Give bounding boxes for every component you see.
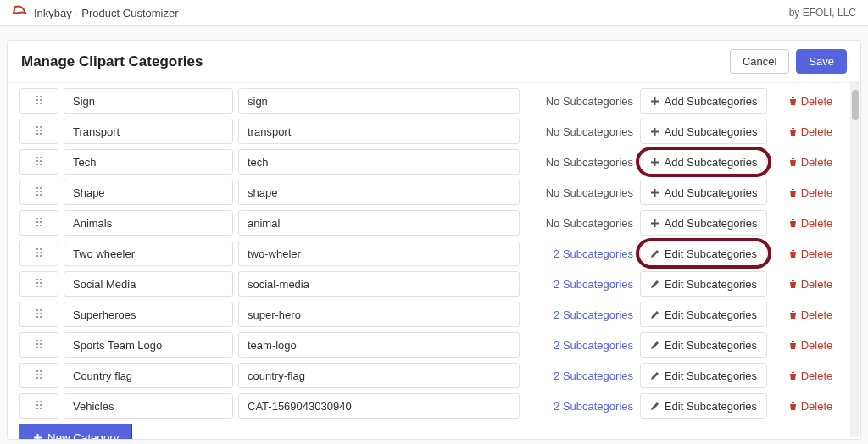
edit-subcategories-button[interactable]: Edit Subcategories	[640, 393, 767, 419]
drag-handle[interactable]: ⠿	[19, 241, 58, 266]
delete-button[interactable]: Delete	[772, 119, 849, 144]
trash-icon	[788, 371, 798, 380]
drag-handle[interactable]: ⠿	[19, 393, 58, 419]
edit-subcategories-button[interactable]: Edit Subcategories	[640, 302, 767, 327]
new-category-button[interactable]: New Category	[19, 424, 132, 439]
delete-button[interactable]: Delete	[772, 241, 849, 266]
category-slug-input[interactable]: tech	[238, 149, 520, 175]
new-category-label: New Category	[47, 431, 119, 439]
category-slug-input[interactable]: transport	[238, 119, 520, 144]
drag-handle[interactable]: ⠿	[19, 271, 58, 297]
subcategory-count[interactable]: 2 Subcategories	[525, 332, 635, 358]
subcategory-count[interactable]: 2 Subcategories	[525, 241, 635, 266]
delete-button[interactable]: Delete	[772, 302, 849, 327]
save-button[interactable]: Save	[796, 49, 847, 74]
subcategory-count: No Subcategories	[525, 210, 635, 236]
category-name-input[interactable]: Animals	[64, 210, 233, 236]
category-slug-input[interactable]: country-flag	[238, 363, 520, 388]
category-slug-input[interactable]: animal	[238, 210, 520, 236]
delete-button[interactable]: Delete	[772, 332, 849, 358]
category-name-input[interactable]: Sports Team Logo	[64, 332, 233, 358]
category-slug-input[interactable]: two-wheler	[238, 241, 520, 266]
topbar-left: Inkybay - Product Customizer	[12, 5, 179, 20]
action-label: Add Subcategories	[665, 186, 758, 199]
delete-button[interactable]: Delete	[772, 88, 849, 114]
drag-icon: ⠿	[35, 312, 44, 317]
cancel-button[interactable]: Cancel	[730, 49, 789, 74]
category-slug-input[interactable]: CAT-1569043030940	[238, 393, 520, 419]
trash-icon	[788, 249, 798, 258]
delete-button[interactable]: Delete	[772, 210, 849, 236]
pencil-icon	[650, 341, 659, 350]
drag-handle[interactable]: ⠿	[19, 88, 58, 114]
add-subcategories-button[interactable]: Add Subcategories	[640, 119, 767, 144]
drag-handle[interactable]: ⠿	[19, 332, 58, 358]
table-row: ⠿Sports Team Logoteam-logo2 Subcategorie…	[19, 332, 849, 358]
drag-handle[interactable]: ⠿	[19, 363, 58, 388]
action-label: Add Subcategories	[665, 95, 758, 108]
add-subcategories-button[interactable]: Add Subcategories	[640, 88, 767, 114]
drag-handle[interactable]: ⠿	[19, 302, 58, 327]
category-name-input[interactable]: Vehicles	[64, 393, 233, 419]
table-row: ⠿Social Mediasocial-media2 Subcategories…	[19, 271, 849, 297]
subcategory-count[interactable]: 2 Subcategories	[525, 271, 635, 297]
edit-subcategories-button[interactable]: Edit Subcategories	[640, 271, 767, 297]
subcategory-count[interactable]: 2 Subcategories	[525, 363, 635, 388]
category-name-input[interactable]: Two wheeler	[64, 241, 233, 266]
category-slug-input[interactable]: team-logo	[238, 332, 520, 358]
category-name-input[interactable]: Social Media	[64, 271, 233, 297]
delete-label: Delete	[801, 247, 833, 260]
drag-handle[interactable]: ⠿	[19, 180, 58, 205]
scrollbar[interactable]	[850, 81, 859, 437]
panel-header: Manage Clipart Categories Cancel Save	[8, 41, 860, 83]
action-label: Edit Subcategories	[665, 369, 757, 382]
delete-button[interactable]: Delete	[772, 363, 849, 388]
category-name-input[interactable]: Sign	[64, 88, 233, 114]
edit-subcategories-button[interactable]: Edit Subcategories	[640, 241, 767, 266]
add-subcategories-button[interactable]: Add Subcategories	[640, 149, 767, 175]
panel-actions: Cancel Save	[730, 49, 847, 74]
category-slug-input[interactable]: social-media	[238, 271, 520, 297]
delete-button[interactable]: Delete	[772, 393, 849, 419]
delete-label: Delete	[801, 217, 833, 230]
drag-icon: ⠿	[35, 342, 44, 347]
drag-handle[interactable]: ⠿	[19, 119, 58, 144]
subcategory-count[interactable]: 2 Subcategories	[525, 393, 635, 419]
scrollbar-thumb[interactable]	[852, 90, 859, 120]
category-name-input[interactable]: Tech	[64, 149, 233, 175]
pencil-icon	[650, 280, 659, 289]
delete-label: Delete	[801, 156, 833, 169]
add-subcategories-button[interactable]: Add Subcategories	[640, 210, 767, 236]
table-row: ⠿TransporttransportNo Subcategories Add …	[19, 119, 849, 144]
drag-handle[interactable]: ⠿	[19, 149, 58, 175]
category-name-input[interactable]: Superheroes	[64, 302, 233, 327]
table-row: ⠿AnimalsanimalNo Subcategories Add Subca…	[19, 210, 849, 236]
delete-label: Delete	[801, 339, 833, 352]
drag-icon: ⠿	[35, 251, 44, 256]
subcategory-count[interactable]: 2 Subcategories	[525, 302, 635, 327]
category-name-input[interactable]: Shape	[64, 180, 233, 205]
delete-button[interactable]: Delete	[772, 180, 849, 205]
delete-button[interactable]: Delete	[772, 271, 849, 297]
app-topbar: Inkybay - Product Customizer by EFOLI, L…	[0, 0, 868, 26]
action-label: Add Subcategories	[665, 156, 758, 169]
delete-label: Delete	[801, 400, 833, 413]
category-slug-input[interactable]: shape	[238, 180, 520, 205]
add-subcategories-button[interactable]: Add Subcategories	[640, 180, 767, 205]
delete-button[interactable]: Delete	[772, 149, 849, 175]
delete-label: Delete	[801, 369, 833, 382]
drag-handle[interactable]: ⠿	[19, 210, 58, 236]
edit-subcategories-button[interactable]: Edit Subcategories	[640, 363, 767, 388]
edit-subcategories-button[interactable]: Edit Subcategories	[640, 332, 767, 358]
plus-icon	[650, 219, 659, 228]
subcategory-count: No Subcategories	[525, 88, 635, 114]
trash-icon	[788, 188, 798, 197]
trash-icon	[788, 402, 798, 411]
category-slug-input[interactable]: super-hero	[238, 302, 520, 327]
drag-icon: ⠿	[35, 159, 44, 164]
delete-label: Delete	[801, 308, 833, 321]
category-name-input[interactable]: Country flag	[64, 363, 233, 388]
category-slug-input[interactable]: sign	[238, 88, 520, 114]
action-label: Edit Subcategories	[665, 247, 757, 260]
category-name-input[interactable]: Transport	[64, 119, 233, 144]
